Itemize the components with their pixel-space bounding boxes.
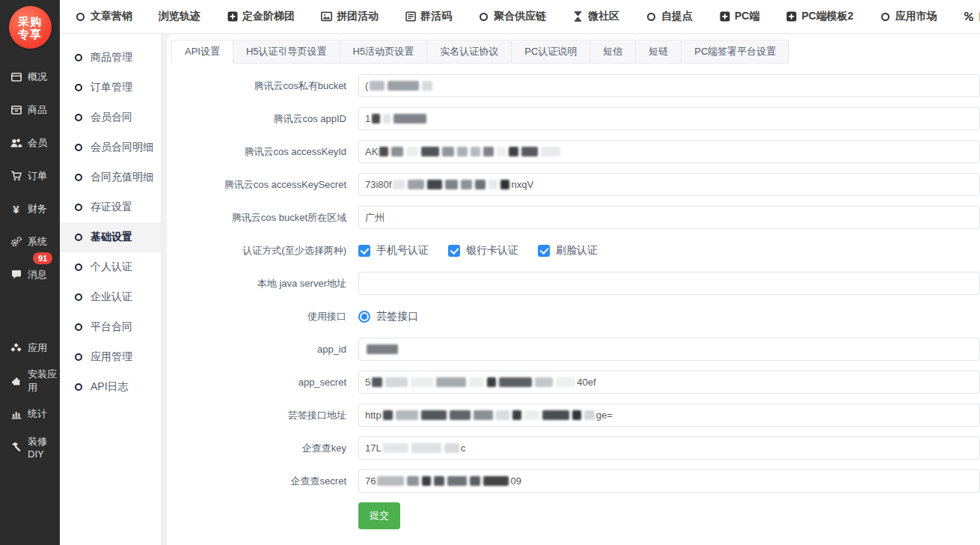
tab-h5-activity[interactable]: H5活动页设置 [340,40,428,64]
nav-item-label: 文章营销 [91,10,132,23]
rail-item-goods[interactable]: 商品 [0,94,60,127]
field-label: 芸签接口地址 [171,409,358,422]
cos-private-bucket-input[interactable]: ( [358,74,980,97]
value-prefix: 73i80f [365,179,391,190]
tab-h5-auth-guide[interactable]: H5认证引导页设置 [233,40,340,64]
nav-item-group-qr-code[interactable]: 群活码 [405,10,452,23]
circle-icon [478,11,489,22]
field-label: 腾讯云cos accessKeyId [171,145,358,159]
value-prefix: 5 [365,377,370,388]
tab-api-settings[interactable]: API设置 [171,40,233,64]
circle-icon [75,11,86,22]
rail-item-members[interactable]: 会员 [0,127,60,159]
submenu-item-label: 存证设置 [91,201,132,214]
rail-item-system[interactable]: 系统 [0,225,60,258]
nav-item-survey[interactable]: 问卷调查 [964,10,980,23]
tab-realname-agreement[interactable]: 实名认证协议 [426,40,512,64]
tab-pc-sign-platform[interactable]: PC端签署平台设置 [681,40,789,64]
nav-item-deposit-ladder-group[interactable]: 定金阶梯团 [227,10,295,23]
submit-button[interactable]: 提交 [358,502,400,529]
qichacha-secret-input[interactable]: 76 09 [358,469,980,493]
field-label: 使用接口 [171,310,358,323]
value-prefix: ( [365,80,368,91]
checkbox-phone-auth[interactable]: 手机号认证 [358,244,429,258]
nav-item-pickup-point[interactable]: 自提点 [646,10,693,23]
nav-item-pc-site[interactable]: PC端 [719,10,759,23]
api-settings-form: 腾讯云cos私有bucket ( 腾讯云cos appID 1 [171,74,980,529]
submenu-item-order-manage[interactable]: 订单管理 [60,73,161,103]
form-row: 企查查secret 76 09 [171,469,980,493]
app-id-input[interactable] [358,338,980,361]
rail-item-overview[interactable]: 概况 [0,61,60,94]
rail-item-label: 装修DIY [28,435,60,460]
submenu-item-label: 会员合同 [91,111,132,124]
hourglass-icon [572,11,584,22]
cos-appid-input[interactable]: 1 [358,107,980,130]
nav-item-browse-track[interactable]: 浏览轨迹 [159,10,200,23]
top-nav: 文章营销 浏览轨迹 定金阶梯团 拼团活动 群活码 [60,0,980,34]
main-region: 文章营销 浏览轨迹 定金阶梯团 拼团活动 群活码 [60,0,980,545]
field-label: 企查查key [171,442,358,455]
radio-label: 芸签接口 [376,310,418,323]
form-row: 腾讯云cos bucket所在区域 广州 [171,206,980,229]
submenu-item-goods-manage[interactable]: 商品管理 [60,43,161,73]
rail-item-stats[interactable]: 统计 [0,398,60,430]
cos-access-key-id-input[interactable]: AK [358,140,980,163]
rail-item-install-apps[interactable]: 安装应用 [0,365,60,398]
field-label: app_id [171,344,358,355]
submenu-item-platform-contract[interactable]: 平台合同 [60,312,161,342]
field-label: 腾讯云cos bucket所在区域 [171,211,358,225]
tab-pc-auth-note[interactable]: PC认证说明 [511,40,590,64]
tab-short-link[interactable]: 短链 [635,40,682,64]
rail-item-label: 系统 [28,235,47,249]
nav-item-group-buy-activity[interactable]: 拼团活动 [321,10,379,23]
brand-logo[interactable]: 采购 专享 [9,6,52,49]
checkbox-face-auth[interactable]: 刷脸认证 [538,244,598,258]
rail-item-orders[interactable]: 订单 [0,159,60,192]
checkbox-checked-icon [538,245,550,257]
local-java-server-input[interactable] [358,272,980,295]
radio-yunsign-interface[interactable]: 芸签接口 [358,310,418,323]
circle-icon [880,11,891,22]
yunsign-api-url-input[interactable]: http ge= [358,404,980,427]
rail-item-apps[interactable]: 应用 [0,332,60,365]
rail-item-finance[interactable]: ¥ 财务 [0,192,60,225]
field-label: 企查查secret [171,475,358,488]
content-body: 商品管理 订单管理 会员合同 会员合同明细 合同充值明细 [60,34,980,545]
form-row: 腾讯云cos appID 1 [171,107,980,130]
submenu-item-label: 基础设置 [91,231,132,244]
cos-bucket-region-input[interactable]: 广州 [358,206,980,229]
rail-item-decorate-diy[interactable]: 装修DIY [0,430,60,463]
app-secret-input[interactable]: 5 40ef [358,371,980,394]
plus-square-icon [227,11,238,22]
checkbox-bankcard-auth[interactable]: 银行卡认证 [448,244,518,258]
tab-sms[interactable]: 短信 [589,40,636,64]
field-label: 腾讯云cos私有bucket [171,79,358,93]
submenu-item-app-manage[interactable]: 应用管理 [60,342,161,372]
submenu-item-enterprise-auth[interactable]: 企业认证 [60,282,161,312]
submenu-item-member-contract[interactable]: 会员合同 [60,103,161,133]
nav-item-micro-community[interactable]: 微社区 [572,10,619,23]
form-row: 芸签接口地址 http ge= [171,404,980,427]
field-label: 腾讯云cos appID [171,112,358,126]
nav-item-pc-template2[interactable]: PC端模板2 [785,10,853,23]
plus-square-icon [719,11,730,22]
circle-icon [75,114,82,121]
submenu-item-basic-settings[interactable]: 基础设置 [60,222,161,252]
nav-item-supply-chain[interactable]: 聚合供应链 [478,10,546,23]
image-icon [321,11,332,22]
submenu-item-member-contract-detail[interactable]: 会员合同明细 [60,133,161,162]
nav-item-article-marketing[interactable]: 文章营销 [75,10,132,23]
rail-item-messages[interactable]: 91 消息 [0,258,60,291]
settings-card: API设置 H5认证引导页设置 H5活动页设置 实名认证协议 PC认证说明 短信… [166,34,980,545]
submenu-item-api-log[interactable]: API日志 [60,372,161,402]
qichacha-key-input[interactable]: 17L c [358,436,980,460]
nav-item-app-market[interactable]: 应用市场 [880,10,937,23]
submenu-item-label: 商品管理 [91,51,132,64]
submenu-item-contract-recharge-detail[interactable]: 合同充值明细 [60,162,161,192]
nav-item-label: 自提点 [661,10,693,23]
submenu-item-personal-auth[interactable]: 个人认证 [60,252,161,282]
cos-access-key-secret-input[interactable]: 73i80f nxqV [358,173,980,196]
rail-item-label: 消息 [28,268,47,281]
submenu-item-evidence-settings[interactable]: 存证设置 [60,192,161,222]
